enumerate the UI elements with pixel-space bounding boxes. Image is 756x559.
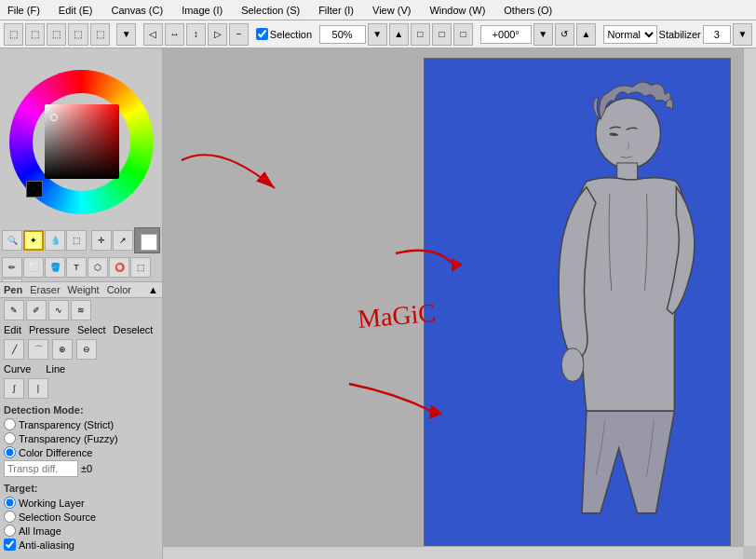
tool-eyedrop[interactable]: 💧 <box>45 230 65 251</box>
subtool-tab-weight[interactable]: Weight <box>68 284 100 295</box>
tool-more[interactable]: ⬚ <box>66 230 87 251</box>
radio-all-image-input[interactable] <box>4 525 16 537</box>
target-section: Target: Working Layer Selection Source A… <box>4 483 158 551</box>
tool-select[interactable]: ⬡ <box>88 257 108 278</box>
toolbar-flip-v[interactable]: ↕ <box>186 23 206 46</box>
tool-lasso[interactable]: ⭕ <box>109 257 129 278</box>
menu-canvas[interactable]: Canvas (C) <box>108 3 168 18</box>
color-square[interactable] <box>45 104 119 179</box>
subtool-icon-1[interactable]: ✎ <box>4 300 24 320</box>
curve-label: Curve <box>4 363 31 375</box>
menu-others[interactable]: Others (O) <box>500 3 556 18</box>
radio-working-layer-label: Working Layer <box>19 498 85 509</box>
subtool-action-edit[interactable]: Edit <box>4 324 21 335</box>
radio-selection-source: Selection Source <box>4 511 158 523</box>
subtool-action-select[interactable]: Select <box>77 324 106 335</box>
black-swatch[interactable] <box>26 181 43 198</box>
menu-edit[interactable]: Edit (E) <box>55 3 97 18</box>
radio-all-image: All Image <box>4 525 158 537</box>
selection-label: Selection <box>270 29 312 40</box>
color-wheel-inner <box>33 93 130 191</box>
vertical-scrollbar[interactable] <box>743 48 756 546</box>
radio-fuzzy-input[interactable] <box>4 432 16 444</box>
diff-row: ±0 <box>4 460 158 477</box>
radio-working-layer-input[interactable] <box>4 497 16 509</box>
line-label: Line <box>46 363 65 375</box>
scale-1-btn[interactable]: □ <box>411 23 430 46</box>
blend-mode-select[interactable]: Normal <box>603 25 657 44</box>
radio-working-layer: Working Layer <box>4 497 158 509</box>
radio-colordiff-input[interactable] <box>4 446 16 458</box>
zoom-input[interactable] <box>319 25 366 44</box>
subtool-icons: ✎ ✐ ∿ ≋ <box>0 298 162 322</box>
toolbar-btn-4[interactable]: ⬚ <box>68 23 88 46</box>
toolbar-btn-5[interactable]: ⬚ <box>90 23 110 46</box>
svg-point-2 <box>561 348 584 382</box>
tool-transform[interactable]: ⬚ <box>130 257 151 278</box>
tool-pen[interactable]: ✏ <box>2 257 22 278</box>
zoom-down-btn[interactable]: ▼ <box>368 23 387 46</box>
rotation-up-btn[interactable]: ▲ <box>576 23 596 46</box>
color-area <box>0 48 163 225</box>
rotation-reset-btn[interactable]: ↺ <box>555 23 574 46</box>
subtool-tab-pen[interactable]: Pen <box>4 284 22 295</box>
subtool-action-deselect[interactable]: Deselect <box>114 324 154 335</box>
radio-selection-source-input[interactable] <box>4 511 16 523</box>
tool-options: Detection Mode: Transparency (Strict) Tr… <box>0 401 162 559</box>
toolbar-btn-2[interactable]: ⬚ <box>25 23 45 46</box>
subtool-scroll-up[interactable]: ▲ <box>148 284 158 295</box>
radio-colordiff-label: Color Difference <box>19 447 92 458</box>
tool-row2: ✏ ⬜ 🪣 T ⬡ ⭕ ⬚ ✋ <box>0 255 162 281</box>
rotation-down-btn[interactable]: ▼ <box>533 23 553 46</box>
subtool-action-pressure[interactable]: Pressure <box>29 324 70 335</box>
curve-icon-2[interactable]: | <box>28 378 48 399</box>
subtool-icon-2[interactable]: ✐ <box>26 300 47 320</box>
tool-move[interactable]: ✛ <box>91 230 112 251</box>
toolbar-zoom-out[interactable]: − <box>229 23 249 46</box>
subtool-header: Pen Eraser Weight Color ▲ <box>0 282 162 298</box>
tool-magic-wand[interactable]: ✦ <box>23 230 44 251</box>
drawing-canvas <box>424 58 731 552</box>
foreground-swatch[interactable] <box>134 227 160 253</box>
subtool-action-icon-4[interactable]: ⊖ <box>76 339 97 360</box>
diff-input[interactable] <box>4 460 78 477</box>
toolbar-rotate-left[interactable]: ◁ <box>143 23 163 46</box>
menu-view[interactable]: View (V) <box>369 3 414 18</box>
tool-zoom[interactable]: 🔍 <box>2 230 22 251</box>
stabilizer-down-btn[interactable]: ▼ <box>733 23 752 46</box>
subtool-icon-4[interactable]: ≋ <box>71 300 91 320</box>
subtool-tab-eraser[interactable]: Eraser <box>30 284 60 295</box>
toolbar-rotate-right[interactable]: ▷ <box>208 23 227 46</box>
subtool-tab-color[interactable]: Color <box>107 284 131 295</box>
menu-selection[interactable]: Selection (S) <box>237 3 304 18</box>
canvas-area[interactable]: MaGiC <box>163 48 756 559</box>
scale-2-btn[interactable]: □ <box>432 23 452 46</box>
toolbar-flip-h[interactable]: ↔ <box>165 23 184 46</box>
rotation-input[interactable] <box>480 25 532 44</box>
tool-text[interactable]: T <box>66 257 87 278</box>
toolbar-btn-6[interactable]: ▼ <box>116 23 136 46</box>
curve-icon-1[interactable]: ∫ <box>4 378 24 399</box>
subtool-action-icon-2[interactable]: ⌒ <box>28 339 48 360</box>
tool-fill[interactable]: 🪣 <box>45 257 65 278</box>
selection-checkbox-wrap: Selection <box>256 28 312 40</box>
subtool-icon-3[interactable]: ∿ <box>48 300 69 320</box>
menu-file[interactable]: File (F) <box>4 3 44 18</box>
horizontal-scrollbar[interactable] <box>163 546 743 559</box>
stabilizer-input[interactable] <box>703 25 731 44</box>
toolbar-btn-1[interactable]: ⬚ <box>4 23 23 46</box>
tool-eraser[interactable]: ⬜ <box>23 257 44 278</box>
subtool-action-icon-3[interactable]: ⊕ <box>52 339 73 360</box>
menu-window[interactable]: Window (W) <box>425 3 489 18</box>
antialiasing-checkbox[interactable] <box>4 539 16 551</box>
menu-image[interactable]: Image (I) <box>178 3 226 18</box>
toolbar-btn-3[interactable]: ⬚ <box>47 23 66 46</box>
tool-arrow[interactable]: ↗ <box>113 230 133 251</box>
scale-3-btn[interactable]: □ <box>453 23 473 46</box>
subtool-action-icon-1[interactable]: ╱ <box>4 339 24 360</box>
radio-strict-input[interactable] <box>4 418 16 430</box>
zoom-up-btn[interactable]: ▲ <box>389 23 409 46</box>
selection-checkbox[interactable] <box>256 28 268 40</box>
menubar: File (F) Edit (E) Canvas (C) Image (I) S… <box>0 0 756 20</box>
menu-filter[interactable]: Filter (I) <box>315 3 358 18</box>
